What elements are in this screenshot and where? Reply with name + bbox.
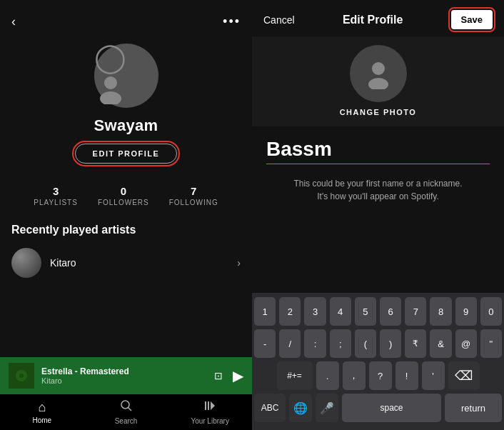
svg-point-5	[121, 401, 129, 409]
svg-point-0	[104, 76, 117, 89]
key-6[interactable]: 6	[380, 297, 401, 326]
more-options-icon[interactable]: •••	[223, 14, 241, 29]
bottom-nav: ⌂ Home Search Your Library	[0, 394, 252, 430]
key-at[interactable]: @	[455, 329, 477, 358]
left-header: ‹ •••	[0, 0, 252, 36]
key-rparen[interactable]: )	[380, 329, 401, 358]
followers-count: 0	[121, 185, 126, 197]
track-title: Estrella - Remastered	[41, 366, 207, 376]
profile-avatar-section: ◯ Swayam EDIT PROFILE	[0, 36, 252, 175]
edit-avatar-section: CHANGE PHOTO	[252, 36, 504, 126]
svg-marker-9	[211, 401, 215, 410]
key-0[interactable]: 0	[480, 297, 502, 326]
svg-rect-7	[205, 401, 206, 410]
hint-text-line2: It's how you'll appear on Spotify.	[317, 191, 438, 201]
nav-home[interactable]: ⌂ Home	[0, 400, 84, 424]
stat-followers[interactable]: 0 FOLLOWERS	[98, 185, 149, 206]
key-question[interactable]: ?	[369, 361, 392, 390]
search-icon	[120, 399, 133, 416]
stat-following[interactable]: 7 FOLLOWING	[169, 185, 218, 206]
username-display: Swayam	[94, 116, 158, 135]
keyboard: 1 2 3 4 5 6 7 8 9 0 - / : ; ( ) ₹ & @ " …	[252, 293, 504, 430]
keyboard-row-numbers: 1 2 3 4 5 6 7 8 9 0	[254, 297, 502, 326]
key-apostrophe[interactable]: '	[422, 361, 445, 390]
svg-point-4	[19, 374, 24, 378]
nav-search[interactable]: Search	[84, 399, 168, 425]
key-minus[interactable]: -	[254, 329, 276, 358]
now-playing-info: Estrella - Remastered Kitaro	[41, 366, 207, 385]
back-icon[interactable]: ‹	[11, 14, 16, 29]
track-artist: Kitaro	[41, 376, 207, 385]
library-label: Your Library	[191, 417, 229, 425]
keyboard-row-special: #+= . ， ? ! ' ⌫	[254, 361, 502, 390]
change-photo-button[interactable]: CHANGE PHOTO	[340, 108, 417, 126]
key-9[interactable]: 9	[455, 297, 477, 326]
key-3[interactable]: 3	[304, 297, 326, 326]
key-1[interactable]: 1	[254, 297, 276, 326]
edit-profile-title: Edit Profile	[343, 14, 403, 26]
key-abc[interactable]: ABC	[254, 394, 286, 422]
key-semicolon[interactable]: ;	[330, 329, 351, 358]
mic-key[interactable]: 🎤	[316, 394, 338, 422]
key-amp[interactable]: &	[430, 329, 451, 358]
keyboard-row-bottom: ABC 🌐 🎤 space return	[254, 394, 502, 422]
key-5[interactable]: 5	[355, 297, 376, 326]
now-playing-bar[interactable]: Estrella - Remastered Kitaro ⊡ ▶	[0, 357, 252, 394]
album-art	[9, 363, 34, 389]
search-label: Search	[115, 417, 138, 425]
edit-profile-header: Cancel Edit Profile Save	[252, 0, 504, 36]
key-quote[interactable]: "	[480, 329, 502, 358]
playlists-label: PLAYLISTS	[34, 199, 78, 206]
keyboard-row-symbols: - / : ; ( ) ₹ & @ "	[254, 329, 502, 358]
key-8[interactable]: 8	[430, 297, 451, 326]
edit-name-section	[252, 126, 504, 170]
stat-playlists[interactable]: 3 PLAYLISTS	[34, 185, 78, 206]
svg-point-10	[372, 62, 385, 75]
key-colon[interactable]: :	[304, 329, 326, 358]
left-panel: ‹ ••• ◯ Swayam EDIT PROFILE 3 PLAYLISTS …	[0, 0, 252, 430]
home-icon: ⌂	[38, 400, 46, 415]
key-slash[interactable]: /	[279, 329, 301, 358]
key-comma[interactable]: ，	[343, 361, 366, 390]
svg-line-6	[128, 408, 131, 411]
display-name-input[interactable]	[266, 138, 490, 164]
device-icon[interactable]: ⊡	[214, 370, 223, 381]
edit-profile-button[interactable]: EDIT PROFILE	[75, 144, 178, 164]
avatar: ◯	[94, 44, 158, 108]
right-panel: Cancel Edit Profile Save CHANGE PHOTO Th…	[252, 0, 504, 430]
key-hashplus[interactable]: #+=	[277, 361, 313, 390]
edit-avatar[interactable]	[350, 45, 407, 102]
person-icon: ◯	[94, 43, 158, 109]
home-label: Home	[32, 416, 51, 424]
svg-rect-8	[208, 401, 209, 410]
playback-controls: ⊡ ▶	[214, 367, 243, 384]
followers-label: FOLLOWERS	[98, 199, 149, 206]
chevron-right-icon: ›	[237, 257, 241, 269]
key-lparen[interactable]: (	[355, 329, 376, 358]
globe-key[interactable]: 🌐	[289, 394, 312, 422]
recently-played-title: Recently played artists	[0, 216, 252, 242]
delete-key[interactable]: ⌫	[448, 361, 480, 390]
key-2[interactable]: 2	[279, 297, 301, 326]
space-key[interactable]: space	[342, 394, 441, 422]
artist-avatar-image	[11, 248, 41, 278]
artist-list-item[interactable]: Kitaro ›	[0, 242, 252, 284]
cancel-button[interactable]: Cancel	[263, 14, 295, 26]
key-4[interactable]: 4	[330, 297, 351, 326]
svg-point-11	[368, 78, 388, 89]
artist-name: Kitaro	[50, 257, 228, 269]
edit-hint: This could be your first name or a nickn…	[252, 170, 504, 213]
save-button[interactable]: Save	[451, 10, 493, 29]
nav-library[interactable]: Your Library	[168, 399, 252, 425]
return-key[interactable]: return	[445, 394, 502, 422]
key-period[interactable]: .	[316, 361, 339, 390]
following-label: FOLLOWING	[169, 199, 218, 206]
key-7[interactable]: 7	[405, 297, 426, 326]
key-exclaim[interactable]: !	[395, 361, 418, 390]
hint-text-line1: This could be your first name or a nickn…	[293, 179, 462, 189]
artist-avatar	[11, 248, 41, 278]
library-icon	[203, 399, 216, 416]
following-count: 7	[191, 185, 196, 197]
key-rupee[interactable]: ₹	[405, 329, 426, 358]
play-button[interactable]: ▶	[233, 367, 243, 384]
